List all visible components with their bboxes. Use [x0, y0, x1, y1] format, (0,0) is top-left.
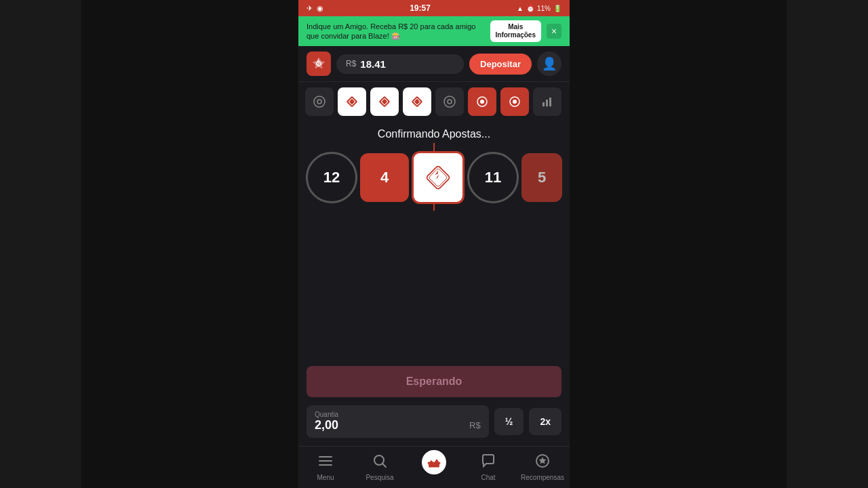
status-bar: ✈ ◉ 19:57 ▲ ⏰ 11% 🔋 [298, 0, 570, 16]
card-4-value: 4 [380, 169, 389, 186]
bottom-navigation: Menu Pesquisa [298, 446, 570, 488]
rewards-icon [535, 453, 550, 472]
game-icon-13b[interactable] [435, 87, 464, 116]
settings-icon-2 [443, 95, 456, 108]
diamond-icon-2 [378, 95, 391, 108]
balance-currency: R$ [346, 59, 356, 68]
bet-controls: Quantia 2,00 R$ ½ 2x [307, 405, 561, 438]
chart-icon [541, 96, 553, 108]
card-5: 5 [521, 153, 562, 202]
balance-amount: 18.41 [360, 58, 386, 70]
nav-menu[interactable]: Menu [298, 453, 353, 481]
svg-line-27 [382, 464, 386, 467]
svg-rect-28 [429, 466, 439, 468]
menu-label: Menu [317, 474, 334, 481]
svg-point-12 [444, 96, 455, 107]
mais-informacoes-button[interactable]: Mais Informações [490, 20, 541, 42]
game-area: Confirmando Apostas... 12 4 [298, 121, 570, 358]
settings-icon [313, 95, 326, 108]
bet-amount: 2,00 [315, 418, 338, 432]
card-11-value: 11 [485, 169, 501, 186]
blaze-center-icon [426, 165, 450, 190]
svg-point-2 [317, 100, 321, 104]
bet-currency: R$ [469, 420, 481, 430]
app-logo [307, 52, 331, 76]
red-circle-icon-1 [476, 96, 488, 108]
game-icon-chart[interactable] [533, 87, 561, 116]
blaze-logo-icon [311, 56, 326, 71]
banner-close-button[interactable]: × [547, 24, 561, 39]
svg-point-13 [448, 100, 452, 104]
menu-icon [318, 453, 333, 472]
battery-text: 11% [537, 5, 551, 12]
card-center [412, 151, 465, 204]
game-icon-diamond3[interactable] [403, 87, 431, 116]
search-label: Pesquisa [366, 474, 393, 481]
svg-rect-20 [549, 98, 551, 106]
balance-display: R$ 18.41 [336, 54, 464, 74]
svg-point-1 [314, 96, 325, 107]
game-icon-red2[interactable] [500, 87, 529, 116]
bet-input-container[interactable]: Quantia 2,00 R$ [307, 405, 489, 438]
nav-home[interactable] [407, 459, 461, 476]
game-icon-red1[interactable] [468, 87, 496, 116]
home-button[interactable] [420, 448, 448, 476]
svg-rect-19 [546, 100, 548, 106]
confirming-text: Confirmando Apostas... [378, 128, 490, 140]
app-header: R$ 18.41 Depositar 👤 [298, 46, 570, 82]
card-12: 12 [306, 152, 357, 203]
diamond-icon-1 [345, 95, 359, 108]
banner-text: Indique um Amigo. Receba R$ 20 para cada… [307, 22, 485, 41]
red-circle-icon-2 [509, 96, 521, 108]
referral-banner: Indique um Amigo. Receba R$ 20 para cada… [298, 16, 570, 46]
chat-label: Chat [481, 474, 495, 481]
esperando-button[interactable]: Esperando [307, 366, 561, 397]
svg-point-17 [513, 100, 517, 104]
card-11: 11 [467, 152, 519, 203]
user-icon: 👤 [542, 56, 557, 71]
nav-search[interactable]: Pesquisa [353, 453, 407, 481]
game-icon-diamond1[interactable] [338, 87, 366, 116]
svg-rect-18 [542, 102, 545, 106]
status-right: ▲ ⏰ 11% 🔋 [517, 5, 561, 12]
status-time: 19:57 [410, 3, 431, 13]
svg-point-30 [433, 462, 435, 464]
cards-row: 12 4 11 5 [298, 151, 570, 204]
bet-label: Quantia [315, 411, 481, 418]
crown-icon [426, 454, 442, 470]
game-icons-row [298, 82, 570, 121]
card-5-value: 5 [538, 169, 546, 186]
diamond-icon-3 [410, 95, 424, 108]
status-left: ✈ ◉ [307, 4, 323, 13]
battery-icon: 🔋 [553, 5, 561, 12]
wifi-icon: ✈ [307, 4, 313, 13]
nav-chat[interactable]: Chat [461, 453, 515, 481]
card-4: 4 [360, 153, 409, 202]
half-bet-button[interactable]: ½ [494, 408, 524, 435]
double-bet-button[interactable]: 2x [529, 408, 561, 435]
user-profile-button[interactable]: 👤 [537, 52, 561, 76]
signal-icon: ◉ [317, 4, 323, 13]
svg-point-15 [480, 100, 484, 104]
nav-rewards[interactable]: Recompensas [515, 453, 570, 481]
signal-bars-icon: ▲ [517, 5, 524, 12]
game-icon-13a[interactable] [305, 87, 334, 116]
deposit-button[interactable]: Depositar [469, 54, 532, 75]
bet-value-row: 2,00 R$ [315, 418, 481, 432]
card-12-value: 12 [323, 169, 340, 186]
rewards-label: Recompensas [521, 474, 564, 481]
alarm-icon: ⏰ [526, 5, 534, 12]
game-icon-diamond2[interactable] [370, 87, 399, 116]
svg-rect-21 [426, 165, 450, 190]
svg-point-29 [428, 462, 430, 464]
search-icon [372, 453, 387, 472]
chat-icon [481, 453, 496, 472]
svg-point-31 [439, 462, 441, 464]
